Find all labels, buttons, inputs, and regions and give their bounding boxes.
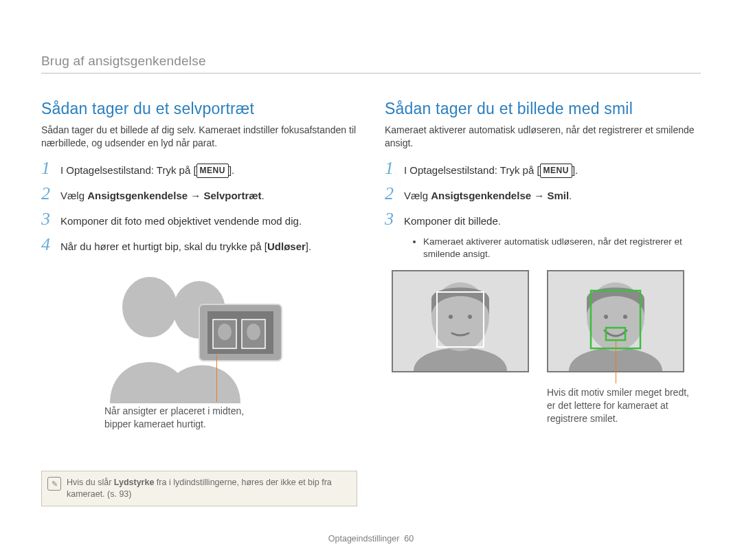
svg-point-15 xyxy=(604,315,608,319)
steps-smile: 1 I Optagelsestilstand: Tryk på [MENU]. … xyxy=(385,159,701,229)
bold-text: Ansigtsgenkendelse → Selvportræt xyxy=(87,190,261,201)
intro-smile: Kameraet aktiverer automatisk udløseren,… xyxy=(385,124,701,150)
illustration-selfie xyxy=(96,266,302,403)
note-box: ✎ Hvis du slår Lydstyrke fra i lydindsti… xyxy=(41,471,357,506)
list-item: Kameraet aktiverer automatisk udløseren,… xyxy=(423,236,701,260)
step-text: I Optagelsestilstand: Tryk på [MENU]. xyxy=(60,163,357,178)
step-text: Komponer dit billede. xyxy=(404,214,701,229)
bold-text: Udløser xyxy=(267,240,306,252)
intro-selfportrait: Sådan tager du et billede af dig selv. K… xyxy=(41,124,357,150)
callout-line xyxy=(216,355,217,402)
step-text: Komponer dit foto med objektivet vendend… xyxy=(60,214,357,229)
text: Vælg xyxy=(404,190,431,201)
svg-point-9 xyxy=(247,324,260,340)
breadcrumb: Brug af ansigtsgenkendelse xyxy=(41,54,701,74)
text: ]. xyxy=(572,164,578,176)
step-number: 4 xyxy=(41,236,60,254)
bold-text: Lydstyrke xyxy=(114,478,155,487)
column-left: Sådan tager du et selvportræt Sådan tage… xyxy=(41,100,357,506)
text: Vælg xyxy=(60,190,87,201)
steps-selfportrait: 1 I Optagelsestilstand: Tryk på [MENU]. … xyxy=(41,159,357,254)
columns: Sådan tager du et selvportræt Sådan tage… xyxy=(41,100,701,506)
text: . xyxy=(262,190,265,201)
column-right: Sådan tager du et billede med smil Kamer… xyxy=(385,100,701,506)
heading-selfportrait: Sådan tager du et selvportræt xyxy=(41,100,357,118)
step-number: 1 xyxy=(41,159,60,177)
svg-point-0 xyxy=(122,277,177,337)
svg-point-8 xyxy=(218,324,232,340)
footer-label: Optageindstillinger xyxy=(328,534,400,544)
step-number: 1 xyxy=(385,159,404,177)
panels-smile xyxy=(392,270,701,372)
footer: Optageindstillinger 60 xyxy=(0,534,742,544)
step-number: 3 xyxy=(41,210,60,228)
note-icon: ✎ xyxy=(47,477,61,491)
page-root: Brug af ansigtsgenkendelse Sådan tager d… xyxy=(0,0,742,560)
note-icon-cell: ✎ xyxy=(42,471,67,506)
svg-point-16 xyxy=(623,315,627,319)
step-text: Når du hører et hurtigt bip, skal du try… xyxy=(60,239,357,254)
menu-label: MENU xyxy=(540,164,572,178)
step-number: 2 xyxy=(385,185,404,203)
text: Når du hører et hurtigt bip, skal du try… xyxy=(60,240,267,252)
text: I Optagelsestilstand: Tryk på [ xyxy=(404,164,540,176)
sub-bullets: Kameraet aktiverer automatisk udløseren,… xyxy=(408,236,701,260)
text: . xyxy=(569,190,572,201)
text: Hvis du slår xyxy=(67,478,114,487)
heading-smile: Sådan tager du et billede med smil xyxy=(385,100,701,118)
svg-point-12 xyxy=(468,315,472,319)
bold-text: Ansigtsgenkendelse → Smil xyxy=(431,190,569,201)
menu-label: MENU xyxy=(196,164,229,178)
caption-selfie: Når ansigter er placeret i midten, bippe… xyxy=(104,405,357,431)
panel-face-neutral xyxy=(392,270,529,372)
footer-page: 60 xyxy=(404,534,414,544)
caption-smile: Hvis dit motiv smiler meget bredt, er de… xyxy=(547,386,701,425)
callout-line xyxy=(616,341,616,383)
step-text: I Optagelsestilstand: Tryk på [MENU]. xyxy=(404,163,701,178)
panel-face-smile xyxy=(547,270,684,372)
step-text: Vælg Ansigtsgenkendelse → Selvportræt. xyxy=(60,188,357,203)
step-text: Vælg Ansigtsgenkendelse → Smil. xyxy=(404,188,701,203)
selfie-image xyxy=(96,266,302,403)
note-text: Hvis du slår Lydstyrke fra i lydindstill… xyxy=(67,471,357,506)
step-number: 2 xyxy=(41,185,60,203)
text: I Optagelsestilstand: Tryk på [ xyxy=(60,164,196,176)
step-number: 3 xyxy=(385,210,404,228)
text: ]. xyxy=(229,164,234,176)
svg-point-11 xyxy=(449,315,453,319)
text: ]. xyxy=(306,240,311,252)
